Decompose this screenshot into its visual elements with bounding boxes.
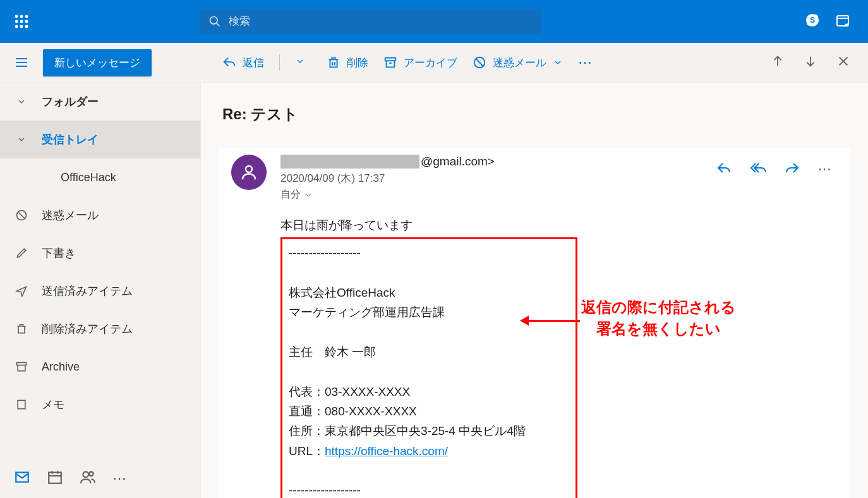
message-subject: Re: テスト (222, 104, 850, 124)
sidebar-item-inbox[interactable]: 受信トレイ (0, 121, 200, 158)
deleted-label: 削除済みアイテム (42, 321, 133, 336)
svg-point-37 (246, 166, 252, 172)
svg-text:S: S (810, 16, 815, 25)
annotation-arrow-head (520, 316, 529, 326)
forward-icon[interactable] (785, 161, 800, 179)
sent-label: 送信済みアイテム (42, 283, 133, 299)
svg-rect-29 (18, 400, 25, 408)
block-icon (15, 209, 28, 222)
sender-suffix: @gmail.com> (421, 155, 495, 169)
more-commands-icon[interactable]: ⋯ (578, 54, 593, 71)
chevron-down-icon (15, 97, 28, 107)
svg-line-21 (476, 59, 483, 66)
chevron-down-icon[interactable] (304, 191, 312, 199)
chevron-down-icon (15, 134, 28, 145)
folders-header[interactable]: フォルダー (0, 83, 200, 121)
svg-point-3 (15, 20, 18, 23)
sender-avatar[interactable] (231, 155, 267, 190)
drafts-label: 下書き (42, 246, 76, 261)
archive-icon (15, 360, 28, 373)
svg-line-27 (18, 212, 25, 218)
svg-rect-18 (385, 58, 396, 61)
module-rail: ⋯ (0, 458, 200, 498)
svg-point-35 (83, 471, 88, 477)
reply-all-icon[interactable] (749, 161, 767, 179)
sig-addr: 住所：東京都中央区中央3-25-4 中央ビル4階 (289, 421, 569, 441)
reply-dropdown-icon[interactable] (295, 56, 305, 69)
svg-point-4 (20, 20, 23, 23)
subfolder-label: OfficeHack (61, 171, 116, 184)
people-module-icon[interactable] (80, 469, 96, 488)
menu-toggle-icon[interactable] (0, 55, 43, 70)
delete-button[interactable]: 削除 (327, 56, 368, 70)
message-date: 2020/04/09 (木) 17:37 (280, 171, 495, 186)
sidebar-item-junk[interactable]: 迷惑メール (0, 196, 200, 234)
next-item-icon[interactable] (804, 54, 817, 71)
notes-label: メモ (42, 397, 64, 412)
sig-company: 株式会社OfficeHack (289, 283, 569, 302)
reading-pane: Re: テスト @gmail.com> 2020/04/09 (木) 17:37… (201, 83, 868, 498)
send-icon (15, 285, 28, 297)
annotation-arrow (526, 320, 580, 322)
junk-button[interactable]: 迷惑メール (473, 56, 563, 70)
reply-icon[interactable] (716, 161, 732, 179)
svg-rect-28 (17, 362, 27, 365)
prev-item-icon[interactable] (771, 54, 785, 71)
sidebar-item-archive[interactable]: Archive (0, 348, 200, 386)
redacted-sender (280, 155, 419, 169)
skype-icon[interactable]: S (805, 13, 820, 30)
sig-role: 主任 鈴木 一郎 (289, 342, 569, 362)
folders-header-label: フォルダー (42, 94, 99, 109)
app-launcher-icon[interactable] (0, 0, 43, 43)
sig-tel1: 代表：03-XXXX-XXXX (289, 382, 569, 401)
sender-line: @gmail.com> (280, 155, 495, 169)
signature-block: ------------------ 株式会社OfficeHack マーケティン… (280, 237, 577, 498)
message-to: 自分 (280, 188, 495, 201)
close-icon[interactable] (836, 54, 850, 71)
svg-rect-31 (49, 472, 61, 483)
divider (279, 54, 280, 71)
svg-line-10 (217, 23, 220, 27)
inbox-label: 受信トレイ (42, 132, 99, 147)
sidebar-item-notes[interactable]: メモ (0, 386, 200, 424)
pencil-icon (15, 247, 28, 259)
svg-point-7 (20, 25, 23, 28)
sig-separator: ------------------ (289, 243, 569, 263)
archive-label: アーカイブ (404, 56, 457, 70)
message-actions: ⋯ (716, 161, 833, 179)
body-line: 本日は雨が降っています (280, 215, 838, 235)
search-input[interactable] (229, 15, 532, 28)
reply-button[interactable]: 返信 (222, 56, 264, 70)
svg-point-36 (89, 471, 93, 476)
svg-point-8 (25, 25, 28, 28)
junk-label: 迷惑メール (493, 56, 546, 70)
sidebar-item-deleted[interactable]: 削除済みアイテム (0, 310, 200, 348)
sidebar-item-sent[interactable]: 送信済みアイテム (0, 272, 200, 310)
command-bar: 新しいメッセージ 返信 削除 アーカイブ 迷惑メール ⋯ (0, 43, 868, 83)
junk-folder-label: 迷惑メール (42, 208, 99, 223)
svg-point-1 (20, 15, 23, 18)
message-card: @gmail.com> 2020/04/09 (木) 17:37 自分 ⋯ 本日… (219, 148, 850, 498)
annotation-text: 返信の際に付記される 署名を無くしたい (581, 297, 736, 339)
svg-point-5 (25, 20, 28, 23)
more-modules-icon[interactable]: ⋯ (112, 470, 128, 487)
svg-point-9 (210, 17, 218, 25)
sig-url-line: URL：https://office-hack.com/ (289, 441, 569, 461)
note-icon (15, 398, 28, 411)
archive-button[interactable]: アーカイブ (383, 56, 457, 70)
mail-module-icon[interactable] (14, 469, 30, 488)
message-body: 本日は雨が降っています ------------------ 株式会社Offic… (280, 215, 838, 498)
more-actions-icon[interactable]: ⋯ (817, 161, 833, 179)
svg-point-2 (25, 15, 28, 18)
sidebar-item-drafts[interactable]: 下書き (0, 234, 200, 272)
svg-point-0 (15, 15, 18, 18)
sidebar-item-officehack[interactable]: OfficeHack (0, 158, 200, 196)
folder-pane: フォルダー 受信トレイ OfficeHack 迷惑メール 下書き 送信済みアイテ… (0, 83, 201, 498)
app-header: S (0, 0, 868, 43)
calendar-module-icon[interactable] (47, 469, 63, 488)
search-box[interactable] (200, 9, 541, 34)
new-message-button[interactable]: 新しいメッセージ (43, 49, 152, 76)
delete-label: 削除 (347, 56, 368, 70)
calendar-add-icon[interactable] (835, 13, 850, 30)
sig-url-link[interactable]: https://office-hack.com/ (325, 444, 448, 458)
